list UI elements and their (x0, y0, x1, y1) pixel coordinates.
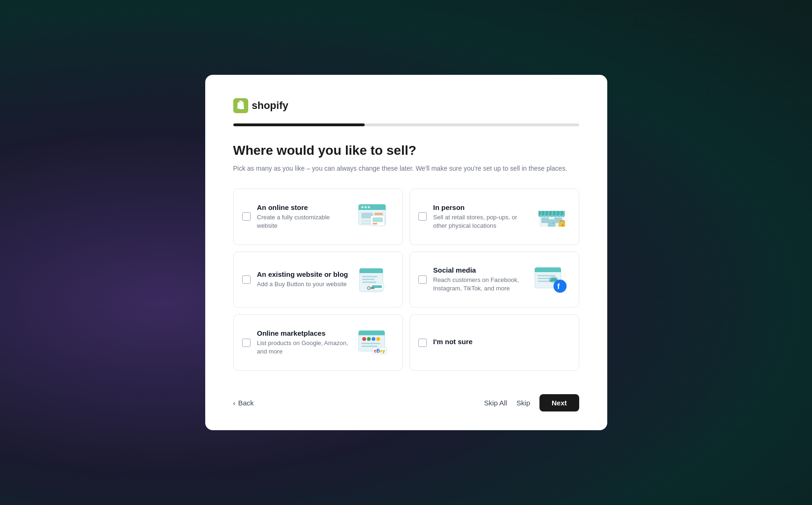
svg-point-4 (361, 206, 363, 209)
svg-rect-21 (557, 211, 559, 216)
illustration-existing-website (357, 266, 394, 294)
next-button[interactable]: Next (539, 394, 579, 411)
option-existing-website[interactable]: An existing website or blog Add a Buy Bu… (233, 252, 403, 308)
svg-point-51 (362, 337, 366, 341)
svg-rect-31 (359, 271, 383, 273)
illustration-online-store (357, 202, 394, 231)
checkbox-social-media[interactable] (418, 275, 427, 284)
logo-area: shopify (233, 98, 579, 113)
checkbox-in-person[interactable] (418, 212, 427, 221)
svg-point-5 (364, 206, 366, 209)
svg-rect-16 (539, 211, 540, 216)
modal-footer: ‹ Back Skip All Skip Next (233, 390, 579, 411)
svg-rect-8 (374, 213, 383, 215)
svg-point-26 (553, 223, 554, 224)
checkbox-existing-website[interactable] (242, 275, 251, 284)
page-title: Where would you like to sell? (233, 143, 579, 158)
option-desc-online-store: Create a fully customizable website (257, 213, 350, 230)
back-chevron-icon: ‹ (233, 399, 236, 407)
svg-rect-33 (362, 279, 374, 280)
option-content-in-person: In person Sell at retail stores, pop-ups… (433, 203, 526, 230)
option-content-social-media: Social media Reach customers on Facebook… (433, 266, 526, 293)
svg-rect-23 (541, 217, 549, 223)
skip-button[interactable]: Skip (517, 399, 530, 407)
svg-point-54 (376, 337, 380, 341)
svg-rect-19 (550, 211, 552, 216)
illustration-online-marketplaces: eBay (357, 329, 394, 357)
svg-text:f: f (557, 282, 560, 290)
option-desc-in-person: Sell at retail stores, pop-ups, or other… (433, 213, 526, 230)
option-online-marketplaces[interactable]: Online marketplaces List products on Goo… (233, 314, 403, 371)
svg-rect-41 (535, 270, 561, 272)
back-button[interactable]: ‹ Back (233, 399, 254, 407)
option-title-not-sure: I'm not sure (433, 338, 570, 346)
option-online-store[interactable]: An online store Create a fully customiza… (233, 188, 403, 245)
progress-bar-fill (233, 123, 365, 126)
svg-text:eBay: eBay (374, 348, 385, 354)
svg-rect-32 (362, 276, 377, 277)
svg-rect-22 (561, 211, 563, 216)
illustration-in-person: 🔒 (533, 202, 570, 231)
footer-right: Skip All Skip Next (484, 394, 579, 411)
svg-rect-13 (373, 217, 383, 222)
checkbox-online-store[interactable] (242, 212, 251, 221)
shopify-logo-icon (233, 98, 248, 113)
svg-point-46 (553, 280, 567, 293)
option-desc-online-marketplaces: List products on Google, Amazon, and mor… (257, 339, 350, 356)
option-desc-existing-website: Add a Buy Button to your website (257, 280, 350, 289)
svg-rect-25 (548, 219, 555, 227)
back-label: Back (238, 399, 254, 407)
option-title-social-media: Social media (433, 266, 526, 274)
svg-rect-42 (538, 275, 555, 276)
svg-point-53 (372, 337, 375, 341)
svg-rect-55 (361, 343, 380, 344)
svg-rect-17 (542, 211, 544, 216)
option-desc-social-media: Reach customers on Facebook, Instagram, … (433, 276, 526, 293)
option-title-online-store: An online store (257, 203, 350, 211)
checkbox-not-sure[interactable] (418, 339, 427, 347)
option-content-online-marketplaces: Online marketplaces List products on Goo… (257, 329, 350, 356)
option-content-existing-website: An existing website or blog Add a Buy Bu… (257, 270, 350, 289)
option-in-person[interactable]: In person Sell at retail stores, pop-ups… (410, 188, 579, 245)
svg-rect-50 (359, 333, 385, 335)
option-not-sure[interactable]: I'm not sure (410, 314, 579, 371)
svg-rect-18 (546, 211, 548, 216)
illustration-social-media: f (533, 266, 570, 294)
svg-rect-34 (362, 281, 376, 283)
progress-bar-container (233, 123, 579, 126)
svg-rect-37 (371, 287, 374, 289)
svg-rect-14 (373, 223, 377, 224)
svg-point-6 (367, 206, 370, 209)
main-modal: shopify Where would you like to sell? Pi… (205, 75, 607, 430)
svg-rect-20 (553, 211, 555, 216)
svg-point-52 (367, 337, 371, 341)
option-title-online-marketplaces: Online marketplaces (257, 329, 350, 337)
svg-text:🔒: 🔒 (560, 222, 565, 226)
option-title-existing-website: An existing website or blog (257, 270, 350, 278)
page-subtitle: Pick as many as you like – you can alway… (233, 164, 579, 173)
checkbox-online-marketplaces[interactable] (242, 339, 251, 347)
shopify-logo-text: shopify (252, 100, 288, 112)
option-content-not-sure: I'm not sure (433, 338, 570, 347)
svg-rect-3 (359, 208, 386, 210)
option-title-in-person: In person (433, 203, 526, 211)
skip-all-button[interactable]: Skip All (484, 399, 507, 407)
svg-rect-56 (361, 346, 377, 347)
options-grid: An online store Create a fully customiza… (233, 188, 579, 371)
option-content-online-store: An online store Create a fully customiza… (257, 203, 350, 230)
option-social-media[interactable]: Social media Reach customers on Facebook… (410, 252, 579, 308)
